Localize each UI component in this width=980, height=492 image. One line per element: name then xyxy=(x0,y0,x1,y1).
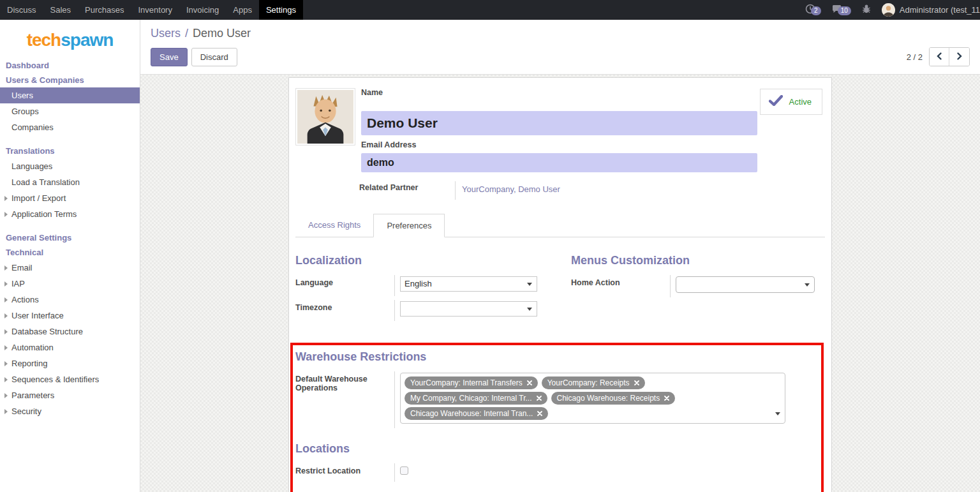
sidebar-item-security[interactable]: Security xyxy=(0,403,140,419)
sidebar-item-label: Automation xyxy=(11,343,54,352)
nav-menu-inventory[interactable]: Inventory xyxy=(131,0,179,20)
remove-tag-icon[interactable] xyxy=(527,380,532,385)
warehouse-tag[interactable]: Chicago Warehouse: Internal Tran... xyxy=(405,407,548,420)
remove-tag-icon[interactable] xyxy=(664,396,669,401)
sidebar-item-languages[interactable]: Languages xyxy=(0,158,140,174)
warehouse-tag[interactable]: YourCompany: Receipts xyxy=(542,376,645,389)
sidebar-item-label: Sequences & Identifiers xyxy=(11,375,99,384)
warehouse-tag[interactable]: My Company, Chicago: Internal Tr... xyxy=(405,392,547,405)
sidebar-item-automation[interactable]: Automation xyxy=(0,339,140,355)
sidebar-item-parameters[interactable]: Parameters xyxy=(0,387,140,403)
sidebar-item-label: General Settings xyxy=(6,233,71,242)
pager-previous-button[interactable] xyxy=(930,48,949,66)
home-action-select[interactable] xyxy=(676,276,815,293)
top-navbar: DiscussSalesPurchasesInventoryInvoicingA… xyxy=(0,0,980,20)
control-panel: Users / Demo User Save Discard 2 / 2 xyxy=(140,20,980,75)
sidebar-item-label: Load a Translation xyxy=(11,177,80,187)
caret-right-icon xyxy=(4,297,8,302)
remove-tag-icon[interactable] xyxy=(537,411,542,416)
nav-menu-sales[interactable]: Sales xyxy=(43,0,78,20)
sidebar-item-actions[interactable]: Actions xyxy=(0,292,140,308)
language-select[interactable]: English xyxy=(400,276,537,292)
restrict-location-label: Restrict Location xyxy=(295,463,394,475)
related-partner-link[interactable]: YourCompany, Demo User xyxy=(462,184,560,194)
sidebar-section-general-settings[interactable]: General Settings xyxy=(0,230,140,245)
nav-menu-settings[interactable]: Settings xyxy=(259,0,303,20)
activities-button[interactable]: 2 xyxy=(805,4,821,16)
email-input[interactable]: demo xyxy=(361,153,757,172)
user-menu[interactable]: Administrator (test_11 xyxy=(882,3,980,17)
sidebar-item-label: IAP xyxy=(11,279,25,288)
warehouse-tag[interactable]: Chicago Warehouse: Receipts xyxy=(551,392,676,405)
sidebar-item-label: User Interface xyxy=(11,311,64,320)
active-toggle[interactable]: Active xyxy=(760,89,822,115)
localization-section-title: Localization xyxy=(295,254,560,267)
sidebar-section-translations[interactable]: Translations xyxy=(0,144,140,158)
user-photo[interactable] xyxy=(295,88,355,145)
sidebar-item-load-a-translation[interactable]: Load a Translation xyxy=(0,174,140,190)
debug-button[interactable] xyxy=(861,4,872,16)
tab-preferences[interactable]: Preferences xyxy=(373,214,445,237)
sidebar-item-groups[interactable]: Groups xyxy=(0,103,140,119)
discard-button[interactable]: Discard xyxy=(191,48,237,66)
tag-label: My Company, Chicago: Internal Tr... xyxy=(410,393,532,403)
locations-section-title: Locations xyxy=(295,442,816,456)
sidebar-item-label: Reporting xyxy=(11,359,47,368)
sidebar-item-user-interface[interactable]: User Interface xyxy=(0,308,140,324)
breadcrumb-parent-link[interactable]: Users xyxy=(151,27,181,40)
sidebar-item-database-structure[interactable]: Database Structure xyxy=(0,324,140,339)
caret-right-icon xyxy=(4,377,8,382)
save-button[interactable]: Save xyxy=(151,48,188,66)
sidebar-section-technical[interactable]: Technical xyxy=(0,245,140,260)
caret-right-icon xyxy=(4,345,8,350)
sidebar-item-iap[interactable]: IAP xyxy=(0,276,140,292)
nav-menu-discuss[interactable]: Discuss xyxy=(0,0,43,20)
related-partner-label: Related Partner xyxy=(359,181,455,200)
warehouse-operations-tags-input[interactable]: YourCompany: Internal TransfersYourCompa… xyxy=(400,373,785,424)
chevron-down-icon xyxy=(805,283,810,287)
check-icon xyxy=(769,95,783,108)
breadcrumb-current: Demo User xyxy=(193,27,251,40)
nav-menu-invoicing[interactable]: Invoicing xyxy=(179,0,226,20)
nav-menu-apps[interactable]: Apps xyxy=(226,0,259,20)
tab-access-rights[interactable]: Access Rights xyxy=(295,214,373,237)
caret-right-icon xyxy=(4,281,8,287)
restrict-location-checkbox[interactable] xyxy=(400,466,408,475)
email-field-label: Email Address xyxy=(361,140,825,149)
chevron-right-icon xyxy=(956,52,963,62)
home-action-label: Home Action xyxy=(571,275,670,287)
sidebar-item-companies[interactable]: Companies xyxy=(0,119,140,135)
timezone-select[interactable] xyxy=(400,301,537,317)
sidebar-item-label: Companies xyxy=(11,123,54,132)
remove-tag-icon[interactable] xyxy=(634,380,639,385)
language-label: Language xyxy=(295,275,394,287)
related-partner-row: Related Partner YourCompany, Demo User xyxy=(359,181,825,200)
sidebar-item-label: Technical xyxy=(6,248,43,257)
chevron-down-icon xyxy=(775,412,780,415)
warehouse-tag[interactable]: YourCompany: Internal Transfers xyxy=(405,376,538,389)
remove-tag-icon[interactable] xyxy=(537,396,542,401)
sidebar-item-email[interactable]: Email xyxy=(0,260,140,276)
pager-next-button[interactable] xyxy=(949,48,969,66)
caret-right-icon xyxy=(4,393,8,398)
sidebar-item-import-export[interactable]: Import / Export xyxy=(0,190,140,206)
chevron-down-icon xyxy=(527,283,532,286)
caret-right-icon xyxy=(4,361,8,366)
name-input[interactable]: Demo User xyxy=(361,111,757,135)
sidebar-item-label: Email xyxy=(11,263,33,272)
chevron-down-icon xyxy=(527,308,532,311)
caret-right-icon xyxy=(4,212,8,217)
sidebar-item-application-terms[interactable]: Application Terms xyxy=(0,206,140,222)
content-area: Active xyxy=(140,75,980,492)
activities-badge: 2 xyxy=(811,6,821,15)
user-avatar-small xyxy=(882,3,895,17)
sidebar-item-sequences-identifiers[interactable]: Sequences & Identifiers xyxy=(0,371,140,387)
messages-button[interactable]: 10 xyxy=(831,4,851,16)
nav-menu-purchases[interactable]: Purchases xyxy=(78,0,131,20)
sidebar-item-reporting[interactable]: Reporting xyxy=(0,355,140,371)
sidebar-item-label: Parameters xyxy=(11,391,54,400)
pager-counter: 2 / 2 xyxy=(907,52,923,62)
sidebar-item-users[interactable]: Users xyxy=(0,87,140,103)
sidebar-section-dashboard[interactable]: Dashboard xyxy=(0,58,140,73)
sidebar-section-users-companies[interactable]: Users & Companies xyxy=(0,73,140,87)
